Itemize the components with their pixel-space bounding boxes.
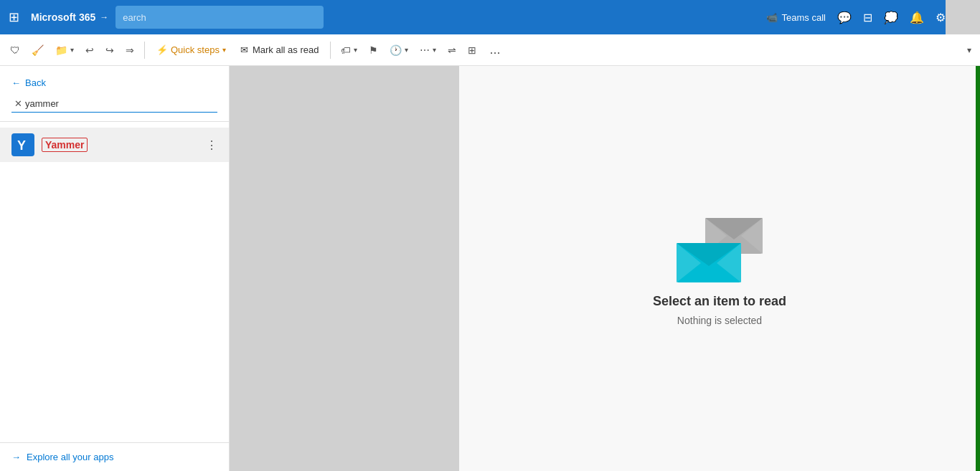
search-clear-button[interactable]: ✕ [11, 98, 25, 109]
teams-call-button[interactable]: 📹 Teams call [766, 12, 826, 23]
yammer-label: Yammer [42, 138, 88, 152]
sidebar-bottom: → Explore all your apps [0, 442, 229, 471]
settings-icon[interactable]: ⚙ [936, 11, 946, 24]
sidebar-top: ← Back ✕ [0, 66, 229, 122]
reply-all-icon[interactable]: ↪ [101, 39, 118, 62]
brand-arrow: → [100, 12, 108, 22]
search-row: ✕ [11, 98, 217, 113]
main-layout: ← Back ✕ Y Yammer ⋮ [0, 66, 980, 471]
grid-icon[interactable]: ⊞ [9, 9, 19, 25]
green-sidebar-bar [976, 66, 980, 471]
translate-icon[interactable]: ⇌ [443, 39, 461, 62]
forward-icon[interactable]: ⇒ [121, 39, 138, 62]
mark-all-read-button[interactable]: ✉ Mark all as read [235, 39, 324, 62]
feedback-icon[interactable]: 💭 [884, 11, 898, 24]
envelope-illustration [677, 211, 763, 282]
lightning-icon: ⚡ [156, 44, 168, 55]
toolbar-divider-2 [330, 42, 331, 59]
reply-icon[interactable]: ↩ [81, 39, 98, 62]
sweep-icon[interactable]: 🧹 [27, 39, 48, 62]
flag-icon[interactable]: ⚑ [364, 39, 382, 62]
explore-arrow-icon: → [11, 452, 21, 462]
toolbar-divider-1 [144, 42, 145, 59]
yammer-icon: Y [11, 133, 34, 156]
app-list: Y Yammer ⋮ [0, 122, 229, 442]
message-list-panel [230, 66, 459, 471]
app-search-input[interactable] [25, 98, 217, 109]
app-item-more-button[interactable]: ⋮ [206, 138, 217, 152]
explore-all-apps-button[interactable]: → Explore all your apps [11, 452, 113, 462]
move-icon[interactable]: 📁▾ [51, 39, 78, 62]
back-button[interactable]: ← Back [11, 75, 46, 91]
top-bar: ⊞ Microsoft 365 → 📹 Teams call 💬 ⊟ 💭 🔔 ⚙… [0, 0, 980, 34]
rules-icon[interactable]: ⋯▾ [415, 39, 440, 62]
shield-toolbar-icon[interactable]: 🛡 [6, 39, 24, 62]
envelope-icon: ✉ [240, 44, 248, 55]
yammer-app-item[interactable]: Y Yammer ⋮ [0, 128, 229, 162]
sidebar: ← Back ✕ Y Yammer ⋮ [0, 66, 230, 471]
immersive-reader-icon[interactable]: ⊞ [463, 39, 481, 62]
reading-subtitle: Nothing is selected [677, 315, 762, 326]
reading-panel-content: Select an item to read Nothing is select… [653, 211, 786, 326]
back-arrow-icon: ← [11, 77, 21, 88]
top-bar-right: 📹 Teams call 💬 ⊟ 💭 🔔 ⚙ 📞 2 [766, 11, 971, 24]
reading-title: Select an item to read [653, 294, 786, 309]
svg-text:Y: Y [17, 138, 26, 153]
search-input[interactable] [116, 6, 324, 29]
more-actions-button[interactable]: ... [484, 39, 506, 62]
chat-icon[interactable]: 💬 [837, 11, 852, 24]
snooze-icon[interactable]: 🕐▾ [385, 39, 413, 62]
brand-title: Microsoft 365 → [31, 11, 108, 23]
chevron-down-icon: ▾ [967, 45, 971, 55]
reading-panel: Select an item to read Nothing is select… [459, 66, 980, 471]
quick-steps-chevron: ▾ [222, 46, 226, 54]
video-icon: 📹 [766, 12, 778, 23]
quick-steps-button[interactable]: ⚡ Quick steps ▾ [151, 39, 232, 62]
toolbar: 🛡 🧹 📁▾ ↩ ↪ ⇒ ⚡ Quick steps ▾ ✉ Mark all … [0, 34, 980, 66]
category-icon[interactable]: 🏷▾ [336, 39, 362, 62]
cyan-envelope-icon [677, 236, 741, 282]
grid3-icon[interactable]: ⊟ [863, 11, 872, 24]
top-bar-avatar-area [946, 0, 980, 34]
toolbar-expand-button[interactable]: ▾ [964, 42, 974, 58]
bell-icon[interactable]: 🔔 [910, 11, 924, 24]
